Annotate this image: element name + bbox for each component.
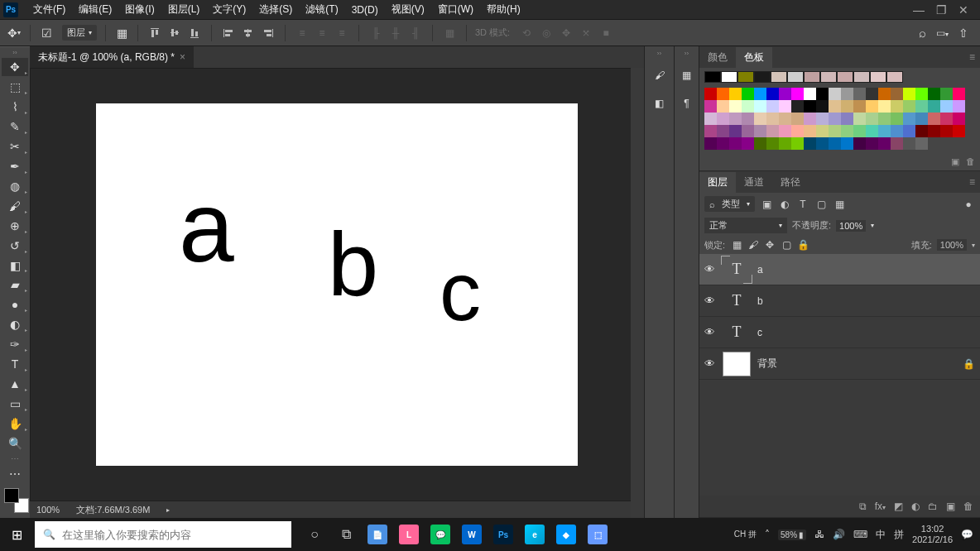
layer-mask-icon[interactable]: ◩ <box>894 501 903 512</box>
taskbar-search[interactable]: 🔍 <box>35 521 291 548</box>
swatch[interactable] <box>829 113 841 125</box>
filter-pixel-icon[interactable]: ▣ <box>760 198 773 211</box>
filter-smart-icon[interactable]: ▦ <box>833 198 846 211</box>
swatch[interactable] <box>754 100 766 113</box>
swatch[interactable] <box>940 88 953 100</box>
volume-icon[interactable]: 🔊 <box>833 529 845 540</box>
swatch[interactable] <box>704 71 721 83</box>
align-vcenter-icon[interactable] <box>166 25 183 41</box>
swatch[interactable] <box>853 71 870 83</box>
clone-stamp-tool[interactable]: ⊕▸ <box>2 217 28 235</box>
zoom-tool[interactable]: 🔍 <box>2 434 28 453</box>
menu-view[interactable]: 视图(V) <box>385 1 431 18</box>
taskbar-app-2[interactable]: L <box>394 518 424 551</box>
swatch[interactable] <box>804 88 816 100</box>
start-button[interactable]: ⊞ <box>0 518 33 551</box>
quick-select-tool[interactable]: ✎▸ <box>2 117 28 136</box>
window-restore-icon[interactable]: ❐ <box>936 3 947 17</box>
swatch[interactable] <box>841 137 853 150</box>
menu-help[interactable]: 帮助(H) <box>480 1 527 18</box>
layer-visibility-icon[interactable]: 👁 <box>704 295 716 307</box>
swatch[interactable] <box>766 125 779 137</box>
layer-group-icon[interactable]: 🗀 <box>928 501 938 512</box>
layer-thumbnail[interactable]: T <box>723 320 751 345</box>
swatch[interactable] <box>829 88 841 100</box>
ime-icon[interactable]: ⌨ <box>853 529 867 540</box>
canvas-text-b[interactable]: b <box>328 211 378 316</box>
gradient-tool[interactable]: ▰▸ <box>2 276 28 294</box>
auto-select-target[interactable]: 图层▾ <box>62 25 97 41</box>
hand-tool[interactable]: ✋▸ <box>2 414 28 433</box>
swatch[interactable] <box>891 125 903 137</box>
menu-file[interactable]: 文件(F) <box>26 1 72 18</box>
opacity-dropdown-icon[interactable]: ▾ <box>871 222 874 229</box>
swatch[interactable] <box>791 113 804 125</box>
move-tool[interactable]: ✥▸ <box>2 58 28 76</box>
swatch[interactable] <box>804 125 816 137</box>
swatch[interactable] <box>742 137 754 150</box>
distribute-vcenter-icon[interactable]: ≡ <box>314 25 330 41</box>
align-left-icon[interactable] <box>220 25 237 41</box>
swatch[interactable] <box>886 71 903 83</box>
menu-3d[interactable]: 3D(D) <box>345 2 385 17</box>
search-icon[interactable]: ⌕ <box>919 26 926 40</box>
layer-name[interactable]: b <box>757 295 763 307</box>
swatch[interactable] <box>953 125 965 137</box>
swatch[interactable] <box>766 100 779 113</box>
window-minimize-icon[interactable]: — <box>913 3 925 17</box>
layer-thumbnail[interactable] <box>723 352 751 376</box>
dodge-tool[interactable]: ◐▸ <box>2 315 28 333</box>
swatch[interactable] <box>754 88 766 100</box>
fill-dropdown-icon[interactable]: ▾ <box>972 242 975 249</box>
taskbar-app-wps[interactable]: W <box>457 518 487 551</box>
swatch[interactable] <box>704 88 717 100</box>
fill-value[interactable]: 100% <box>937 239 967 251</box>
swatch[interactable] <box>891 137 903 150</box>
swatch[interactable] <box>771 71 787 83</box>
crop-tool[interactable]: ✂▸ <box>2 137 28 156</box>
layer-visibility-icon[interactable]: 👁 <box>704 263 716 276</box>
swatch[interactable] <box>766 137 779 150</box>
properties-panel-icon[interactable]: ▦ <box>677 65 697 85</box>
layer-name[interactable]: c <box>757 327 762 338</box>
layer-fx-icon[interactable]: fx▾ <box>875 501 886 512</box>
swatch[interactable] <box>878 100 891 113</box>
filter-adjust-icon[interactable]: ◐ <box>778 198 791 211</box>
swatch[interactable] <box>704 137 717 150</box>
network-icon[interactable]: 🖧 <box>814 529 824 540</box>
canvas-text-a[interactable]: a <box>179 170 234 284</box>
swatch[interactable] <box>816 125 829 137</box>
swatch[interactable] <box>870 71 886 83</box>
swatch[interactable] <box>754 71 771 83</box>
swatch[interactable] <box>853 137 866 150</box>
swatch[interactable] <box>953 113 965 125</box>
swatch[interactable] <box>866 88 878 100</box>
blend-mode-select[interactable]: 正常▾ <box>704 218 787 233</box>
align-hcenter-icon[interactable] <box>240 25 257 41</box>
swatch[interactable] <box>766 88 779 100</box>
lock-position-icon[interactable]: ✥ <box>763 238 776 252</box>
marquee-tool[interactable]: ⬚▸ <box>2 78 28 96</box>
swatch[interactable] <box>791 88 804 100</box>
swatch[interactable] <box>791 100 804 113</box>
history-brush-tool[interactable]: ↺▸ <box>2 237 28 255</box>
swatch[interactable] <box>787 71 804 83</box>
swatch[interactable] <box>791 137 804 150</box>
eyedropper-tool[interactable]: ✒▸ <box>2 157 28 175</box>
swatch[interactable] <box>841 125 853 137</box>
swatch[interactable] <box>928 125 940 137</box>
distribute-top-icon[interactable]: ≡ <box>294 25 310 41</box>
swatch[interactable] <box>804 137 816 150</box>
align-bottom-icon[interactable] <box>186 25 203 41</box>
swatch[interactable] <box>903 125 915 137</box>
swatch[interactable] <box>779 100 791 113</box>
character-panel-icon[interactable]: ¶ <box>677 93 697 113</box>
swatch[interactable] <box>742 88 754 100</box>
distribute-right-icon[interactable]: ╢ <box>407 25 424 41</box>
lock-artboard-icon[interactable]: ▢ <box>780 238 793 252</box>
pen-tool[interactable]: ✑▸ <box>2 335 28 353</box>
link-layers-icon[interactable]: ⧉ <box>859 501 867 512</box>
blur-tool[interactable]: ●▸ <box>2 295 28 314</box>
swatch[interactable] <box>717 88 729 100</box>
swatch[interactable] <box>729 88 742 100</box>
